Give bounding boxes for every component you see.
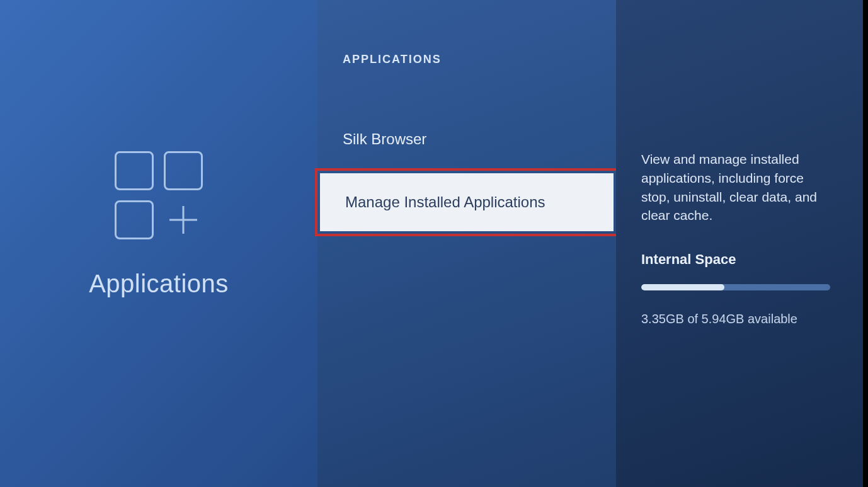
storage-progress-bar [641,284,830,290]
app-square-icon [164,151,203,190]
menu-item-manage-installed-applications[interactable]: Manage Installed Applications [320,173,614,231]
right-panel: View and manage installed applications, … [616,0,868,487]
middle-panel: APPLICATIONS Silk Browser Manage Install… [317,0,616,487]
applications-icon [115,151,203,239]
plus-icon [164,200,203,239]
app-square-icon [115,151,154,190]
storage-progress-fill [641,284,724,290]
storage-available-text: 3.35GB of 5.94GB available [641,312,835,326]
screen-edge [863,0,868,487]
section-header: APPLICATIONS [317,53,616,66]
highlight-annotation: Manage Installed Applications [315,168,619,236]
item-description: View and manage installed applications, … [641,150,835,225]
menu-item-silk-browser[interactable]: Silk Browser [317,123,616,156]
left-panel: Applications [0,0,317,487]
left-panel-title: Applications [89,270,229,298]
app-square-icon [115,200,154,239]
storage-title: Internal Space [641,251,835,268]
